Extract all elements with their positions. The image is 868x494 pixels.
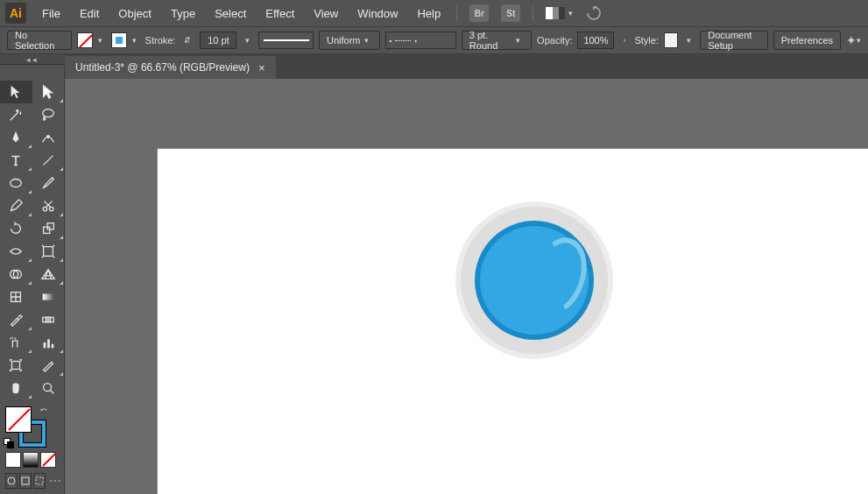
color-mode-none[interactable] [40, 452, 56, 468]
eyedropper-tool[interactable] [0, 308, 32, 331]
menu-type[interactable]: Type [167, 5, 199, 22]
curvature-tool[interactable] [32, 126, 65, 149]
shape-builder-tool[interactable] [0, 263, 32, 286]
opacity-dropdown[interactable]: › [619, 36, 629, 45]
stroke-label: Stroke: [145, 35, 176, 46]
hand-tool[interactable] [0, 377, 32, 399]
color-mode-solid[interactable] [5, 452, 21, 468]
opacity-label: Opacity: [537, 35, 572, 46]
pen-tool[interactable] [0, 126, 32, 149]
rotate-tool[interactable] [0, 217, 32, 240]
stroke-swatch[interactable] [111, 32, 127, 48]
stroke-dropdown[interactable]: ▾ [129, 36, 140, 45]
magic-wand-tool[interactable] [0, 103, 32, 126]
menu-edit[interactable]: Edit [76, 5, 102, 22]
width-tool[interactable] [0, 240, 32, 263]
svg-rect-14 [43, 342, 46, 348]
document-setup-button[interactable]: Document Setup [700, 31, 767, 50]
svg-point-0 [42, 109, 53, 117]
zoom-tool[interactable] [32, 377, 65, 399]
stroke-weight-input[interactable] [200, 32, 236, 49]
stroke-type-dropdown[interactable]: Uniform▾ [319, 31, 380, 50]
menu-select[interactable]: Select [211, 5, 250, 22]
free-transform-tool[interactable] [32, 240, 65, 263]
tool-panel: ⤺ ⋯ [0, 65, 65, 494]
tool-panel-collapse[interactable]: ◂◂ [0, 54, 65, 65]
fill-stroke-proxy[interactable]: ⤺ [5, 406, 46, 447]
fill-proxy[interactable] [5, 406, 32, 433]
fill-swatch[interactable] [77, 32, 93, 48]
app-logo: Ai [5, 3, 26, 24]
preferences-button[interactable]: Preferences [773, 31, 841, 50]
color-mode-gradient[interactable] [23, 452, 39, 468]
line-segment-tool[interactable] [32, 149, 65, 172]
menu-effect[interactable]: Effect [262, 5, 298, 22]
menu-separator [533, 5, 533, 21]
menu-view[interactable]: View [310, 5, 342, 22]
eraser-scissors-tool[interactable] [32, 194, 65, 217]
menu-help[interactable]: Help [413, 5, 444, 22]
mesh-tool[interactable] [0, 286, 32, 308]
graphic-style-dropdown[interactable]: ▾ [683, 36, 695, 45]
gradient-tool[interactable] [32, 286, 65, 308]
stroke-stepper[interactable]: ⇵ [180, 36, 194, 45]
svg-point-19 [8, 477, 15, 484]
brush-profile[interactable]: • • [385, 32, 456, 49]
svg-rect-13 [49, 317, 53, 321]
selection-state[interactable]: No Selection [7, 31, 72, 50]
align-flyout[interactable]: ✦▾ [846, 33, 861, 47]
screen-mode-icon[interactable]: ⋯ [47, 474, 62, 488]
svg-rect-11 [42, 317, 46, 321]
document-tab-bar: Untitled-3* @ 66.67% (RGB/Preview) × [65, 54, 868, 79]
graphic-style-swatch[interactable] [664, 32, 678, 48]
bridge-icon[interactable]: Br [469, 4, 489, 22]
swap-fill-stroke-icon[interactable]: ⤺ [40, 405, 47, 414]
scale-tool[interactable] [32, 217, 65, 240]
menu-bar: Ai File Edit Object Type Select Effect V… [0, 0, 868, 26]
artboard[interactable] [158, 149, 868, 494]
type-tool[interactable] [0, 149, 32, 172]
ellipse-tool[interactable] [0, 172, 32, 194]
control-bar: No Selection ▾ ▾ Stroke: ⇵ ▾ Uniform▾ • … [0, 26, 868, 54]
artboard-tool[interactable] [0, 354, 32, 377]
close-tab-icon[interactable]: × [258, 61, 265, 74]
menu-file[interactable]: File [39, 5, 64, 22]
draw-behind[interactable] [19, 473, 32, 489]
draw-normal[interactable] [5, 473, 18, 489]
slice-tool[interactable] [32, 354, 65, 377]
fill-dropdown[interactable]: ▾ [95, 36, 106, 45]
column-graph-tool[interactable] [32, 331, 65, 354]
draw-inside[interactable] [33, 473, 46, 489]
svg-rect-5 [43, 227, 49, 233]
brush-profile-dropdown[interactable]: 3 pt. Round▾ [462, 31, 532, 50]
sync-settings-icon[interactable] [585, 4, 603, 22]
pencil-tool[interactable] [0, 194, 32, 217]
canvas-area[interactable] [65, 79, 868, 494]
stock-icon[interactable]: St [501, 4, 520, 22]
svg-rect-21 [36, 477, 43, 484]
svg-rect-16 [51, 344, 53, 349]
glossy-button-artwork[interactable] [455, 201, 613, 359]
perspective-grid-tool[interactable] [32, 263, 65, 286]
paintbrush-tool[interactable] [32, 172, 65, 194]
svg-point-3 [43, 207, 47, 211]
svg-rect-15 [47, 339, 50, 348]
svg-point-2 [11, 180, 22, 187]
symbol-sprayer-tool[interactable] [0, 331, 32, 354]
svg-point-1 [46, 136, 49, 138]
stroke-type-preview[interactable] [258, 32, 314, 49]
selection-tool[interactable] [0, 81, 32, 103]
svg-rect-6 [47, 223, 53, 229]
opacity-input[interactable] [577, 32, 614, 49]
menu-object[interactable]: Object [115, 5, 155, 22]
svg-point-4 [49, 207, 53, 211]
stroke-weight-dropdown[interactable]: ▾ [242, 36, 253, 45]
default-fill-stroke-icon[interactable] [4, 438, 14, 448]
workspace-switcher[interactable]: ▾ [546, 7, 573, 19]
direct-selection-tool[interactable] [32, 81, 65, 103]
document-tab[interactable]: Untitled-3* @ 66.67% (RGB/Preview) × [65, 56, 276, 79]
svg-point-18 [43, 384, 51, 392]
blend-tool[interactable] [32, 308, 65, 331]
lasso-tool[interactable] [32, 103, 65, 126]
menu-window[interactable]: Window [354, 5, 401, 22]
